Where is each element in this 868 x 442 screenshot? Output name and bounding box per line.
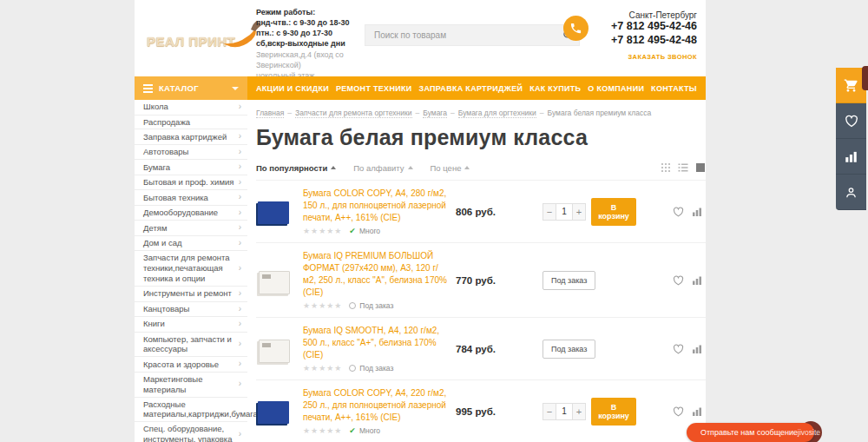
product-image[interactable]: [256, 196, 293, 228]
sidebar-category-item[interactable]: Дом и сад ›: [135, 236, 247, 252]
quantity-stepper: −+: [542, 203, 586, 221]
breadcrumb: Главная–Запчасти для ремонта оргтехники–…: [256, 109, 706, 117]
nav-menu-item[interactable]: КАК КУПИТЬ: [529, 84, 581, 93]
breadcrumb-link[interactable]: Бумага для оргтехники: [458, 109, 536, 118]
sidebar-category-label: Компьютер, запчасти и аксессуары: [143, 334, 235, 355]
product-image[interactable]: [256, 396, 293, 427]
breadcrumb-separator: –: [416, 109, 420, 117]
product-image[interactable]: [256, 265, 293, 296]
chat-widget[interactable]: Отправьте нам сообщение jivosite: [687, 423, 814, 442]
sidebar-category-item[interactable]: Школа ›: [135, 100, 247, 115]
right-edge-tab[interactable]: [862, 66, 868, 90]
sidebar-category-item[interactable]: Бытовая и проф. химия ›: [135, 175, 247, 191]
favorite-icon[interactable]: [673, 344, 684, 354]
grid-view-icon[interactable]: [661, 162, 671, 173]
add-to-cart-button[interactable]: В корзину: [591, 198, 636, 226]
caret-up-icon: [331, 166, 336, 169]
favorites-button[interactable]: [836, 103, 866, 139]
sidebar-category-item[interactable]: Красота и здоровье ›: [135, 357, 247, 373]
decrease-quantity-button[interactable]: −: [542, 203, 556, 221]
breadcrumb-separator: –: [450, 109, 455, 117]
sidebar-category-item[interactable]: Детям ›: [135, 221, 247, 236]
favorite-icon[interactable]: [673, 275, 684, 286]
nav-menu-item[interactable]: ЗАПРАВКА КАРТРИДЖЕЙ: [418, 84, 523, 93]
chevron-right-icon: ›: [239, 131, 241, 142]
table-view-icon[interactable]: [695, 162, 706, 173]
order-button[interactable]: Под заказ: [542, 271, 595, 290]
compare-icon[interactable]: [692, 207, 702, 217]
phone-number[interactable]: +7 812 495-42-48: [593, 34, 697, 48]
quantity-input[interactable]: [556, 403, 572, 420]
sidebar-category-item[interactable]: Бумага ›: [135, 160, 247, 175]
increase-quantity-button[interactable]: +: [572, 403, 586, 420]
sidebar-category-item[interactable]: Компьютер, запчасти и аксессуары ›: [135, 333, 247, 358]
chevron-right-icon: ›: [239, 288, 241, 300]
account-button[interactable]: [836, 175, 866, 210]
availability-icon: [349, 426, 356, 435]
sidebar-category-item[interactable]: Инструменты и ремонт ›: [135, 287, 247, 302]
order-button[interactable]: Под заказ: [542, 340, 595, 359]
product-title-link[interactable]: Бумага IQ SMOOTH, А4, 120 г/м2, 500 л., …: [303, 325, 449, 361]
sidebar-category-label: Детям: [143, 223, 235, 234]
favorite-icon[interactable]: [673, 406, 684, 417]
sidebar-category-label: Маркетинговые материалы: [143, 374, 235, 395]
callback-link[interactable]: ЗАКАЗАТЬ ЗВОНОК: [628, 53, 698, 61]
sidebar-category-item[interactable]: Расходные материалы,картриджи,бумага ›: [135, 398, 247, 423]
search-input[interactable]: [365, 25, 579, 45]
list-view-icon[interactable]: [678, 162, 688, 173]
compare-icon[interactable]: [692, 406, 702, 417]
nav-menu-item[interactable]: АКЦИИ И СКИДКИ: [256, 84, 329, 93]
chevron-right-icon: ›: [239, 339, 241, 350]
chevron-right-icon: ›: [239, 147, 241, 158]
product-controls: Под заказ: [542, 340, 636, 359]
availability-status: Много: [349, 227, 380, 235]
sidebar-category-item[interactable]: Заправка картриджей ›: [135, 129, 247, 145]
sort-option[interactable]: По алфавиту: [353, 163, 412, 173]
caret-up-icon: [464, 166, 470, 169]
add-to-cart-button[interactable]: В корзину: [591, 398, 636, 426]
product-image[interactable]: [256, 333, 293, 365]
breadcrumb-link[interactable]: Бумага: [423, 109, 447, 118]
sort-toolbar: По популярности По алфавиту По цене: [256, 162, 706, 173]
sidebar-category-item[interactable]: Канцтовары ›: [135, 302, 247, 318]
city-label: Санкт-Петербург: [593, 10, 697, 20]
nav-menu-item[interactable]: РЕМОНТ ТЕХНИКИ: [336, 84, 412, 93]
sidebar-category-label: Бытовая техника: [143, 193, 235, 203]
compare-icon[interactable]: [692, 275, 702, 286]
sidebar-category-item[interactable]: Книги ›: [135, 317, 247, 333]
sidebar-category-item[interactable]: Спец. оборудование, инструменты, упаковк…: [135, 422, 247, 442]
sidebar-category-item[interactable]: Распродажа: [135, 115, 247, 130]
phone-icon[interactable]: [563, 16, 589, 41]
breadcrumb-link[interactable]: Главная: [256, 109, 284, 118]
sidebar-category-item[interactable]: Автотовары ›: [135, 145, 247, 161]
page-title: Бумага белая премиум класса: [256, 125, 706, 150]
sidebar-category-label: Демооборудование: [143, 208, 235, 218]
sidebar-category-item[interactable]: Бытовая техника ›: [135, 190, 247, 206]
nav-menu-item[interactable]: КОНТАКТЫ: [651, 84, 697, 93]
compare-button[interactable]: [836, 139, 866, 175]
sort-option[interactable]: По цене: [431, 163, 470, 173]
quantity-input[interactable]: [556, 203, 572, 221]
schedule-line: пнд-чтв.: с 9-30 до 18-30: [256, 17, 362, 28]
product-title-link[interactable]: Бумага IQ PREMIUM БОЛЬШОЙ ФОРМАТ (297х42…: [303, 250, 449, 299]
availability-icon: [349, 365, 356, 372]
catalog-menu-button[interactable]: КАТАЛОГ: [135, 76, 247, 100]
sidebar-category-label: Автотовары: [143, 147, 235, 157]
product-title-link[interactable]: Бумага COLOR COPY, А4, 280 г/м2, 150 л.,…: [303, 188, 449, 224]
compare-icon[interactable]: [692, 344, 702, 354]
decrease-quantity-button[interactable]: −: [542, 403, 556, 420]
main-content: Главная–Запчасти для ремонта оргтехники–…: [256, 100, 706, 442]
breadcrumb-separator: –: [287, 109, 292, 117]
favorite-icon[interactable]: [673, 207, 684, 217]
breadcrumb-link[interactable]: Запчасти для ремонта оргтехники: [295, 109, 411, 118]
sort-option[interactable]: По популярности: [256, 163, 336, 173]
increase-quantity-button[interactable]: +: [572, 203, 586, 221]
sidebar-category-item[interactable]: Демооборудование ›: [135, 206, 247, 221]
site-logo[interactable]: РЕАЛ ПРИНТ: [147, 19, 255, 59]
nav-menu-item[interactable]: О КОМПАНИИ: [588, 84, 644, 93]
sidebar-category-item[interactable]: Маркетинговые материалы ›: [135, 373, 247, 398]
product-price: 995 руб.: [456, 406, 542, 417]
product-title-link[interactable]: Бумага COLOR COPY, А4, 220 г/м2, 250 л.,…: [303, 387, 449, 424]
sidebar-category-item[interactable]: Запчасти для ремонта техники,печатающая …: [135, 251, 247, 287]
phone-number[interactable]: +7 812 495-42-46: [593, 20, 697, 34]
